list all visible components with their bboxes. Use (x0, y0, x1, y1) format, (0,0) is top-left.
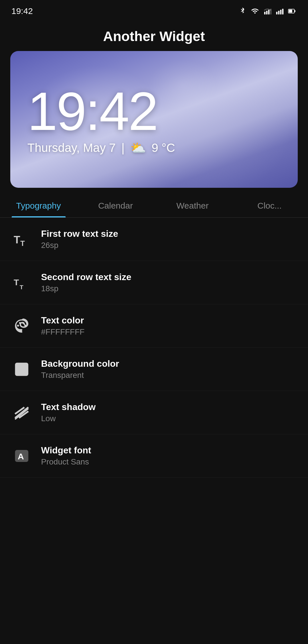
settings-text-widget-font: Widget font Product Sans (41, 445, 297, 466)
svg-point-16 (19, 322, 21, 324)
widget-font-value: Product Sans (41, 457, 297, 466)
svg-rect-1 (266, 11, 268, 15)
svg-line-23 (15, 409, 29, 419)
page-title: Another Widget (0, 20, 308, 51)
text-color-value: #FFFFFFFF (41, 327, 297, 337)
wifi-icon (250, 7, 260, 15)
second-row-value: 18sp (41, 284, 297, 293)
settings-item-text-color[interactable]: Text color #FFFFFFFF (0, 304, 308, 348)
settings-item-second-row-text-size[interactable]: T T Second row text size 18sp (0, 261, 308, 304)
palette-icon (11, 316, 32, 336)
svg-rect-7 (282, 9, 283, 15)
settings-item-first-row-text-size[interactable]: T T First row text size 26sp (0, 218, 308, 261)
settings-list: T T First row text size 26sp T T Second … (0, 218, 308, 478)
settings-text-second-row: Second row text size 18sp (41, 272, 297, 293)
battery-icon (287, 7, 297, 15)
svg-rect-0 (264, 12, 266, 14)
settings-item-text-shadow[interactable]: Text shadow Low (0, 391, 308, 434)
text-size-small-icon: T T (11, 272, 32, 293)
background-color-icon (11, 359, 32, 380)
settings-text-first-row: First row text size 26sp (41, 229, 297, 250)
text-shadow-icon (11, 402, 32, 423)
svg-text:T: T (20, 284, 23, 290)
settings-item-background-color[interactable]: Background color Transparent (0, 348, 308, 391)
tab-clock[interactable]: Cloc... (231, 191, 308, 217)
svg-rect-19 (16, 363, 28, 375)
text-color-label: Text color (41, 315, 297, 326)
svg-text:A: A (18, 451, 24, 461)
status-time: 19:42 (11, 6, 33, 16)
svg-rect-10 (289, 10, 292, 13)
settings-text-text-color: Text color #FFFFFFFF (41, 315, 297, 337)
tabs-container: Typography Calendar Weather Cloc... (0, 191, 308, 218)
widget-content: 19:42 Thursday, May 7 | ⛅ 9 °C (10, 51, 298, 188)
bg-color-label: Background color (41, 358, 297, 369)
widget-separator: | (121, 141, 125, 155)
status-icons (238, 7, 297, 15)
widget-weather-icon: ⛅ (130, 142, 146, 154)
text-size-large-icon: T T (11, 229, 32, 250)
svg-rect-3 (270, 9, 271, 15)
widget-time-display: 19:42 (27, 84, 157, 138)
svg-rect-2 (268, 10, 270, 14)
font-icon: A (11, 446, 32, 466)
settings-text-text-shadow: Text shadow Low (41, 402, 297, 423)
tab-calendar[interactable]: Calendar (77, 191, 154, 217)
svg-text:T: T (14, 278, 19, 287)
svg-rect-5 (278, 11, 279, 15)
settings-item-widget-font[interactable]: A Widget font Product Sans (0, 434, 308, 478)
svg-point-17 (22, 322, 24, 324)
svg-point-15 (17, 325, 19, 327)
widget-preview: 19:42 Thursday, May 7 | ⛅ 9 °C (10, 51, 298, 188)
settings-text-background-color: Background color Transparent (41, 358, 297, 380)
svg-text:T: T (14, 234, 20, 246)
text-shadow-value: Low (41, 414, 297, 423)
text-shadow-label: Text shadow (41, 402, 297, 412)
first-row-label: First row text size (41, 229, 297, 239)
svg-rect-4 (276, 12, 277, 14)
second-row-label: Second row text size (41, 272, 297, 282)
signal1-icon (264, 7, 271, 15)
status-bar: 19:42 (0, 0, 308, 20)
svg-rect-9 (294, 10, 295, 12)
widget-temperature: 9 °C (152, 141, 175, 155)
svg-point-18 (24, 325, 26, 327)
signal2-icon (275, 7, 283, 15)
first-row-value: 26sp (41, 241, 297, 250)
bg-color-value: Transparent (41, 371, 297, 380)
tab-typography[interactable]: Typography (0, 191, 77, 217)
bluetooth-icon (238, 7, 246, 15)
tab-weather[interactable]: Weather (154, 191, 231, 217)
svg-rect-6 (280, 10, 281, 14)
svg-text:T: T (20, 239, 25, 247)
widget-date-weather: Thursday, May 7 | ⛅ 9 °C (27, 141, 175, 155)
widget-font-label: Widget font (41, 445, 297, 456)
widget-date: Thursday, May 7 (27, 141, 116, 155)
